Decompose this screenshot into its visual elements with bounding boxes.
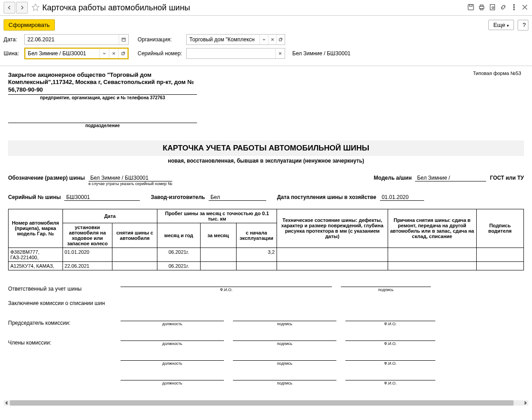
table-cell: 3,2 [236, 248, 277, 261]
toolbar: Сформировать Еще ▾ ? [0, 16, 532, 34]
svg-rect-4 [480, 9, 483, 10]
doc-subtitle: новая, восстановленная, бывшая в эксплуа… [8, 158, 524, 164]
table-cell: 22.06.2021 [63, 261, 112, 270]
table-row: Ф382ВМ777, ГАЗ-221400,01.01.202006.2021г… [9, 248, 524, 261]
generate-button[interactable]: Сформировать [4, 19, 55, 31]
table-cell [200, 261, 236, 270]
arrival-value: 01.01.2020 [380, 194, 424, 201]
th-remove: снятия шины с автомобиля [112, 223, 157, 248]
titlebar: Карточка работы автомобильной шины [0, 0, 532, 16]
print-icon[interactable] [478, 4, 485, 12]
plant-label: Завод-изготовитель [151, 194, 205, 200]
org-name-sub: предприятие, организация, адрес и № теле… [8, 95, 197, 100]
clear-icon[interactable] [268, 35, 277, 44]
table-cell: 06.2021г. [157, 261, 200, 270]
favorite-star-icon[interactable] [31, 3, 40, 13]
report-area: Типовая форма №53 Закрытое акционерное о… [0, 66, 532, 407]
model-label: Модель а/шин [374, 175, 411, 181]
svg-point-7 [514, 4, 514, 5]
svg-rect-3 [480, 5, 483, 6]
table-cell [388, 248, 477, 261]
scroll-left-icon[interactable] [4, 400, 9, 406]
mileage-table: Номер автомобиля (прицепа), марка модель… [8, 209, 524, 270]
dropdown-icon[interactable] [259, 35, 268, 44]
serial-display: Бел Зимние / БШЗ0001 [292, 50, 351, 57]
more-button[interactable]: Еще ▾ [488, 20, 514, 30]
scroll-thumb[interactable] [10, 400, 514, 406]
division-sub: подразделение [8, 123, 197, 128]
table-cell [476, 248, 523, 261]
scroll-right-icon[interactable] [523, 400, 528, 406]
svg-rect-12 [122, 53, 124, 55]
th-condition: Техническое состояние шины: дефекты, хар… [277, 209, 388, 248]
size-label: Обозначение (размер) шины [8, 175, 85, 181]
arrival-label: Дата поступления шины в хозяйстве [277, 194, 376, 200]
th-vehicle: Номер автомобиля (прицепа), марка модель… [9, 209, 63, 248]
menu-dots-icon[interactable] [510, 4, 518, 12]
sig-line [121, 280, 332, 287]
svg-rect-1 [469, 4, 472, 6]
serial-field[interactable] [186, 48, 285, 59]
th-reason: Причина снятия шины: сдача в ремонт, пер… [388, 209, 477, 248]
table-cell [277, 261, 388, 270]
link-icon[interactable] [500, 4, 507, 12]
dropdown-icon[interactable] [99, 49, 109, 58]
serial-input[interactable] [187, 49, 275, 58]
sig-line [121, 314, 224, 321]
nav-back-button[interactable] [4, 2, 15, 13]
svg-point-6 [492, 7, 494, 9]
serialno-value: БШЗ0001 [64, 194, 140, 201]
open-icon[interactable] [118, 49, 128, 58]
chair-label: Председатель комиссии: [8, 320, 112, 326]
form-number: Типовая форма №53 [473, 71, 521, 76]
date-field[interactable] [24, 34, 129, 45]
table-cell [388, 261, 477, 270]
nav-forward-button[interactable] [16, 2, 28, 13]
svg-rect-11 [279, 39, 282, 41]
th-sign: Подпись водителя [476, 209, 523, 248]
clear-icon[interactable] [109, 49, 118, 58]
svg-point-8 [514, 6, 514, 7]
svg-rect-0 [468, 4, 474, 10]
th-run: Пробег шины за месяц с точностью до 0.1 … [157, 209, 277, 223]
table-cell: 01.01.2020 [63, 248, 112, 261]
table-cell [277, 248, 388, 261]
table-cell: Ф382ВМ777, ГАЗ-221400, [9, 248, 63, 261]
sig-line [345, 314, 435, 321]
params-panel: Дата: Организация: Шина: Серийный номер:… [0, 34, 532, 66]
division-line [8, 116, 197, 123]
members-label: Члены комиссии: [8, 340, 112, 346]
org-input[interactable] [187, 35, 259, 44]
close-icon[interactable] [521, 4, 528, 12]
calendar-icon[interactable] [119, 35, 128, 44]
model-value: Бел Зимние / [415, 175, 486, 181]
org-field[interactable] [186, 34, 285, 45]
tyre-label: Шина: [4, 50, 21, 57]
serial-label: Серийный номер: [138, 50, 183, 57]
serialno-label: Серийный № шины [8, 194, 61, 200]
tyre-input[interactable] [25, 49, 99, 58]
horizontal-scrollbar[interactable] [4, 400, 528, 406]
gost-label: ГОСТ или ТУ [490, 175, 524, 181]
table-cell: А125КУ74, КАМАЗ, [9, 261, 63, 270]
table-cell [236, 261, 277, 270]
th-fromstart: с начала эксплуатации [236, 223, 277, 248]
window-title: Карточка работы автомобильной шины [42, 3, 190, 13]
save-icon[interactable] [467, 4, 474, 12]
table-cell [476, 261, 523, 270]
th-install: установки автомобиля на ходовое или запа… [63, 223, 112, 248]
sig-line [233, 314, 336, 321]
size-value: Бел Зимние / БШЗ0001 [89, 175, 172, 181]
org-label: Организация: [138, 36, 183, 43]
resp-label: Ответственный за учет шины [8, 286, 112, 292]
svg-rect-10 [122, 38, 125, 41]
table-cell [200, 248, 236, 261]
tyre-field[interactable] [24, 48, 129, 59]
table-cell [112, 261, 157, 270]
clear-icon[interactable] [275, 49, 285, 58]
th-date: Дата [63, 209, 157, 223]
date-input[interactable] [25, 35, 119, 44]
open-icon[interactable] [276, 35, 285, 44]
preview-icon[interactable] [489, 4, 496, 12]
help-button[interactable]: ? [518, 20, 528, 31]
